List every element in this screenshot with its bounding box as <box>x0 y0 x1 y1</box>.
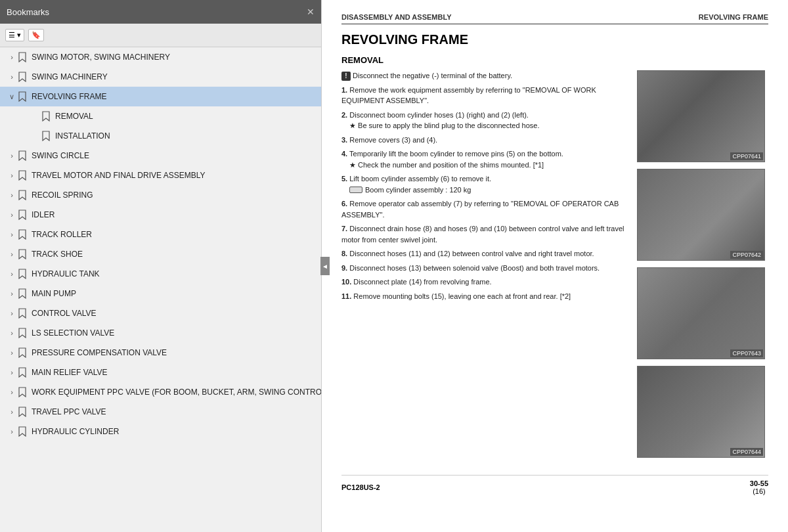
expand-arrow: › <box>7 211 17 219</box>
bookmark-label: REVOLVING FRAME <box>32 92 106 101</box>
bookmark-list: ›SWING MOTOR, SWING MACHINERY›SWING MACH… <box>0 47 321 532</box>
bookmark-icon <box>17 150 28 162</box>
text-column: !Disconnect the negative (-) terminal of… <box>341 70 629 464</box>
bookmark-item-work-equipment-ppc[interactable]: ›WORK EQUIPMENT PPC VALVE (FOR BOOM, BUC… <box>0 382 321 402</box>
bookmark-icon <box>41 130 51 142</box>
bookmark-item-travel-ppc[interactable]: ›TRAVEL PPC VALVE <box>0 402 321 422</box>
bookmarks-title: Bookmarks <box>7 7 49 17</box>
bookmark-icon <box>17 366 28 378</box>
document-header: DISASSEMBLY AND ASSEMBLY REVOLVING FRAME <box>341 13 768 24</box>
bookmark-item-main-relief[interactable]: ›MAIN RELIEF VALVE <box>0 363 321 382</box>
bookmark-item-track-shoe[interactable]: ›TRACK SHOE <box>0 244 321 264</box>
warning-text: Disconnect the negative (-) terminal of … <box>353 72 512 79</box>
bookmark-label: IDLER <box>32 210 55 219</box>
bookmark-label: INSTALLATION <box>55 131 110 141</box>
bookmark-item-installation[interactable]: INSTALLATION <box>0 126 321 146</box>
expand-arrow: › <box>7 73 17 81</box>
step-note: ★ Check the number and position of the s… <box>349 160 629 171</box>
bookmark-item-swing-circle[interactable]: ›SWING CIRCLE <box>0 146 321 166</box>
page-number: 30-55 (16) <box>750 479 768 495</box>
bookmark-icon <box>17 288 28 299</box>
bookmark-label: REMOVAL <box>55 112 93 121</box>
expand-arrow: › <box>7 53 17 61</box>
bookmark-label: TRAVEL MOTOR AND FINAL DRIVE ASSEMBLY <box>32 171 206 180</box>
document-image-img1: CPP07641 <box>637 70 765 162</box>
bookmark-icon <box>17 327 28 339</box>
document-footer: PC128US-2 30-55 (16) <box>341 475 768 495</box>
bookmark-label: CONTROL VALVE <box>32 309 96 318</box>
warning-step: !Disconnect the negative (-) terminal of… <box>341 70 629 81</box>
bookmark-item-swing-machinery[interactable]: ›SWING MACHINERY <box>0 67 321 87</box>
step-11: 11. Remove mounting bolts (15), leaving … <box>341 291 629 302</box>
bookmark-icon <box>17 347 28 359</box>
bookmark-item-swing-motor[interactable]: ›SWING MOTOR, SWING MACHINERY <box>0 47 321 67</box>
bookmark-button[interactable]: 🔖 <box>28 29 44 41</box>
bookmark-label: MAIN PUMP <box>32 289 76 298</box>
header-left: DISASSEMBLY AND ASSEMBLY <box>341 13 451 21</box>
image-label: CPP07641 <box>730 152 763 160</box>
bookmark-label: TRAVEL PPC VALVE <box>32 407 106 416</box>
image-column: CPP07641CPP07642CPP07643CPP07644 <box>637 70 768 464</box>
bookmark-icon <box>17 189 28 201</box>
step-9: 9. Disconnect hoses (13) between solenoi… <box>341 263 629 274</box>
cylinder-icon <box>349 187 362 193</box>
expand-arrow: › <box>7 191 17 199</box>
bookmark-label: LS SELECTION VALVE <box>32 328 114 338</box>
image-label: CPP07643 <box>730 349 763 357</box>
step-10: 10. Disconnect plate (14) from revolving… <box>341 277 629 288</box>
bookmark-item-track-roller[interactable]: ›TRACK ROLLER <box>0 225 321 244</box>
step-1: 1. Remove the work equipment assembly by… <box>341 85 629 106</box>
step-note: ★ Be sure to apply the blind plug to the… <box>349 120 629 131</box>
step-8: 8. Disconnect hoses (11) and (12) betwee… <box>341 248 629 259</box>
expand-arrow: › <box>7 270 17 278</box>
expand-arrow: › <box>7 171 17 179</box>
bookmark-icon <box>41 110 51 122</box>
document-image-img4: CPP07644 <box>637 366 765 458</box>
bookmark-item-pressure-comp[interactable]: ›PRESSURE COMPENSATION VALVE <box>0 343 321 363</box>
expand-arrow: › <box>7 349 17 357</box>
step-7: 7. Disconnect drain hose (8) and hoses (… <box>341 223 629 245</box>
bookmark-item-revolving-frame[interactable]: ∨REVOLVING FRAME <box>0 87 321 106</box>
bookmarks-header: Bookmarks ✕ <box>0 0 321 24</box>
step-4: 4. Temporarily lift the boom cylinder to… <box>341 148 629 170</box>
bookmark-item-control-valve[interactable]: ›CONTROL VALVE <box>0 303 321 323</box>
expand-arrow: › <box>7 408 17 416</box>
content-area: !Disconnect the negative (-) terminal of… <box>341 70 768 464</box>
model-number: PC128US-2 <box>341 483 380 491</box>
bookmark-icon <box>17 406 28 418</box>
bookmark-item-hydraulic-tank[interactable]: ›HYDRAULIC TANK <box>0 264 321 284</box>
bookmark-icon <box>17 386 28 398</box>
section-title: REMOVAL <box>341 55 768 65</box>
bookmark-item-hydraulic-cylinder[interactable]: ›HYDRAULIC CYLINDER <box>0 422 321 441</box>
bookmark-label: PRESSURE COMPENSATION VALVE <box>32 348 167 357</box>
bookmark-icon <box>17 91 28 102</box>
bookmark-icon <box>17 169 28 181</box>
expand-arrow: › <box>7 368 17 376</box>
bookmark-item-removal[interactable]: REMOVAL <box>0 106 321 126</box>
close-button[interactable]: ✕ <box>307 7 315 17</box>
image-label: CPP07642 <box>730 251 763 259</box>
document-image-img2: CPP07642 <box>637 169 765 261</box>
bookmark-item-idler[interactable]: ›IDLER <box>0 205 321 225</box>
expand-arrow: › <box>7 329 17 337</box>
view-options-button[interactable]: ☰ ▾ <box>5 29 24 41</box>
bookmark-label: SWING CIRCLE <box>32 151 89 160</box>
document-title: REVOLVING FRAME <box>341 32 768 47</box>
bookmark-item-recoil-spring[interactable]: ›RECOIL SPRING <box>0 185 321 205</box>
bookmark-item-ls-selection[interactable]: ›LS SELECTION VALVE <box>0 323 321 343</box>
expand-arrow: › <box>7 152 17 160</box>
bookmark-label: HYDRAULIC TANK <box>32 269 100 278</box>
step-icon-note: Boom cylinder assembly : 120 kg <box>349 185 629 196</box>
panel-collapse-button[interactable]: ◄ <box>320 257 330 275</box>
expand-arrow: › <box>7 231 17 238</box>
expand-arrow: › <box>7 250 17 258</box>
bookmark-icon <box>17 248 28 260</box>
bookmark-icon <box>17 229 28 240</box>
bookmark-item-main-pump[interactable]: ›MAIN PUMP <box>0 284 321 303</box>
expand-arrow: ∨ <box>7 93 17 101</box>
image-label: CPP07644 <box>730 448 763 456</box>
bookmark-icon <box>17 51 28 63</box>
bookmark-label: TRACK ROLLER <box>32 230 92 239</box>
expand-arrow: › <box>7 388 17 396</box>
bookmark-item-travel-motor[interactable]: ›TRAVEL MOTOR AND FINAL DRIVE ASSEMBLY <box>0 166 321 185</box>
